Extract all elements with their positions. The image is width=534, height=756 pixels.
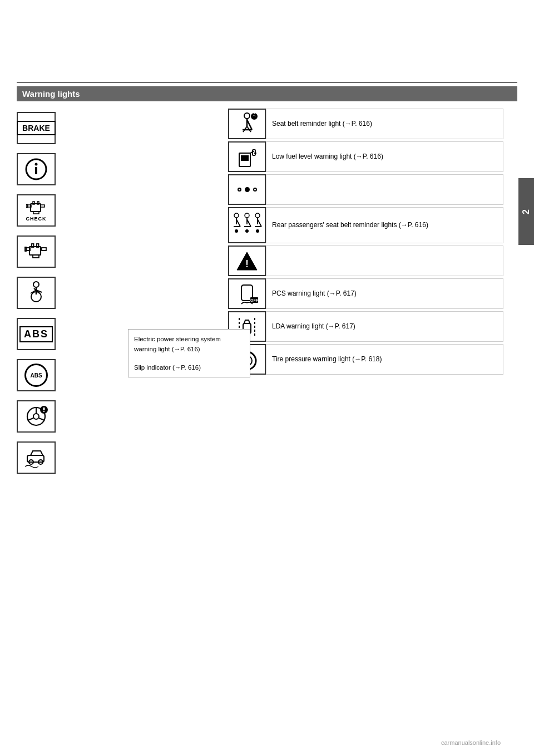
rear-seatbelt-icon-cell: [228, 207, 266, 243]
svg-line-27: [39, 418, 44, 420]
svg-point-56: [255, 213, 260, 218]
open-door-icon-cell: [17, 153, 56, 185]
pcs-item: OFF PCS warning light (→P. 617): [228, 278, 503, 309]
svg-line-26: [28, 418, 33, 420]
svg-point-60: [235, 229, 238, 233]
svg-rect-3: [31, 204, 41, 212]
tire-item: Tire pressure warning light (→P. 618): [228, 344, 503, 375]
dots-desc: [266, 174, 503, 205]
brake-symbol: BRAKE: [17, 121, 56, 135]
steering-item: [17, 400, 128, 433]
seatbelt-item: Seat belt reminder light (→P. 616): [228, 109, 503, 139]
fuel-svg: [236, 145, 258, 169]
check-text: CHECK: [26, 216, 46, 222]
rear-seatbelt-desc: Rear passengers' seat belt reminder ligh…: [266, 207, 503, 243]
airbag-icon-cell: [17, 277, 56, 309]
lda-desc: LDA warning light (→P. 617): [266, 311, 503, 342]
steering-svg: [24, 405, 48, 428]
dot-hollow-2: [253, 188, 257, 192]
warning-triangle-desc: [266, 246, 503, 276]
rear-seatbelt-item: Rear passengers' seat belt reminder ligh…: [228, 207, 503, 243]
side-tab: 2: [518, 178, 534, 245]
svg-text:!: !: [245, 258, 249, 269]
top-rule: [17, 82, 517, 83]
abs-circle-item: ABS: [17, 359, 128, 391]
warning-triangle-svg: !: [235, 251, 259, 272]
brake-icon-cell: BRAKE: [17, 112, 56, 144]
engine-malfunction-icon-cell: [17, 235, 56, 268]
svg-rect-9: [33, 212, 39, 214]
circle-i-icon: [24, 158, 48, 181]
svg-point-34: [244, 113, 250, 119]
steering-callout-text: Electric power steering system warning l…: [134, 334, 244, 355]
svg-line-58: [258, 219, 261, 227]
svg-rect-8: [41, 205, 44, 207]
watermark: carmanualsonline.info: [441, 739, 501, 746]
abs-circle-symbol: ABS: [24, 364, 48, 387]
seatbelt-desc: Seat belt reminder light (→P. 616): [266, 109, 503, 139]
seatbelt-svg: [235, 112, 259, 136]
engine-check-svg: [26, 199, 46, 215]
abs-text-icon-cell: ABS: [17, 318, 56, 350]
svg-point-1: [35, 163, 38, 166]
svg-point-62: [256, 229, 259, 233]
svg-rect-15: [42, 248, 46, 251]
svg-point-48: [234, 213, 239, 218]
left-callout-box: Electric power steering system warning l…: [128, 329, 250, 377]
check-engine-item: CHECK: [17, 194, 128, 227]
svg-rect-29: [43, 408, 45, 410]
steering-icon-cell: [17, 400, 56, 433]
dots-symbol: [238, 187, 257, 192]
page-container: 2 Warning lights BRAKE: [0, 0, 534, 756]
right-column: Seat belt reminder light (→P. 616): [228, 109, 503, 474]
svg-line-54: [247, 219, 251, 227]
left-column: BRAKE: [17, 109, 128, 474]
svg-line-50: [236, 219, 240, 227]
dots-icon-cell: [228, 174, 266, 205]
svg-rect-2: [35, 167, 37, 174]
airbag-svg: [25, 281, 47, 305]
side-tab-number: 2: [521, 209, 531, 214]
slip-callout-text: Slip indicator (→P. 616): [134, 362, 244, 372]
svg-rect-12: [37, 244, 39, 247]
pcs-desc: PCS warning light (→P. 617): [266, 278, 503, 309]
section-header: Warning lights: [17, 86, 517, 101]
svg-point-24: [33, 414, 39, 419]
abs-text-symbol: ABS: [19, 326, 53, 342]
dots-row-1: [238, 187, 257, 192]
check-engine-symbol: CHECK: [26, 199, 46, 222]
warning-triangle-icon-cell: !: [228, 246, 266, 276]
slip-item: [17, 441, 128, 474]
fuel-icon-cell: [228, 141, 266, 172]
seatbelt-icon-cell: [228, 109, 266, 139]
svg-rect-4: [33, 202, 34, 204]
svg-rect-16: [33, 255, 39, 258]
lda-item: LDA warning light (→P. 617): [228, 311, 503, 342]
pcs-icon-cell: OFF: [228, 278, 266, 309]
svg-rect-11: [32, 244, 34, 247]
engine-malfunction-item: [17, 235, 128, 268]
main-content: BRAKE: [17, 109, 503, 474]
svg-point-52: [245, 213, 249, 218]
warning-triangle-item: !: [228, 246, 503, 276]
dots-item: [228, 174, 503, 205]
slip-svg: [24, 446, 48, 469]
tire-desc: Tire pressure warning light (→P. 618): [266, 344, 503, 375]
svg-point-61: [245, 229, 249, 233]
svg-rect-5: [37, 202, 39, 204]
slip-icon-cell: [17, 441, 56, 474]
fuel-item: Low fuel level warning light (→P. 616): [228, 141, 503, 172]
open-door-item: [17, 153, 128, 185]
airbag-item: [17, 277, 128, 309]
svg-text:OFF: OFF: [250, 298, 259, 302]
svg-point-17: [33, 282, 39, 287]
abs-circle-icon-cell: ABS: [17, 359, 56, 391]
pcs-svg: OFF: [235, 283, 259, 305]
brake-item: BRAKE: [17, 112, 128, 144]
abs-text-item: ABS: [17, 318, 128, 350]
svg-rect-43: [241, 155, 249, 161]
rear-seatbelt-svg: [231, 211, 263, 240]
fuel-desc: Low fuel level warning light (→P. 616): [266, 141, 503, 172]
svg-rect-10: [29, 247, 41, 255]
section-title: Warning lights: [22, 89, 80, 99]
